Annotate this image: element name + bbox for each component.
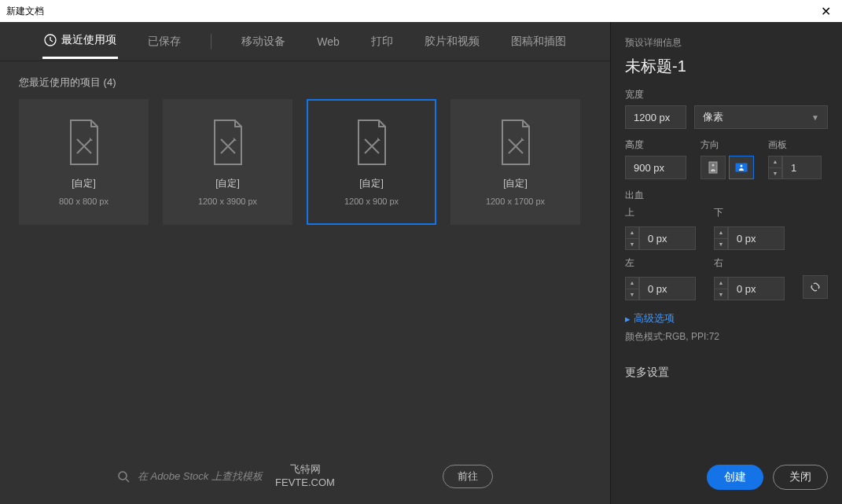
- color-mode-text: 颜色模式:RGB, PPI:72: [625, 330, 828, 344]
- clock-icon: [44, 34, 57, 46]
- advanced-options-toggle[interactable]: ▸ 高级选项: [625, 311, 828, 326]
- tab-print[interactable]: 打印: [370, 25, 395, 58]
- bleed-bottom-input[interactable]: [728, 226, 785, 250]
- card-name: [自定]: [359, 177, 384, 190]
- artboard-stepper[interactable]: ▲▼: [768, 156, 782, 179]
- bleed-right-label: 右: [714, 256, 792, 270]
- tab-label: 胶片和视频: [425, 35, 480, 49]
- document-icon: [496, 119, 535, 166]
- tab-separator: [211, 34, 211, 50]
- bleed-stepper[interactable]: ▲▼: [625, 226, 639, 250]
- tab-saved[interactable]: 已保存: [146, 25, 182, 58]
- height-input[interactable]: [625, 156, 686, 179]
- svg-point-3: [712, 164, 715, 167]
- card-dims: 1200 x 3900 px: [198, 197, 257, 206]
- bleed-bottom-label: 下: [714, 206, 792, 219]
- preset-card[interactable]: [自定] 1200 x 900 px: [307, 99, 436, 225]
- artboard-label: 画板: [768, 138, 822, 152]
- card-dims: 800 x 800 px: [59, 197, 108, 206]
- document-icon: [208, 119, 248, 166]
- portrait-icon: [708, 161, 718, 174]
- bleed-stepper[interactable]: ▲▼: [714, 277, 728, 300]
- landscape-icon: [735, 163, 748, 172]
- unit-select[interactable]: 像素 ▼: [694, 105, 828, 129]
- chevron-down-icon: ▼: [811, 113, 819, 122]
- close-button[interactable]: 关闭: [773, 465, 828, 490]
- document-icon: [352, 119, 392, 166]
- advanced-label: 高级选项: [634, 311, 675, 326]
- card-name: [自定]: [215, 177, 240, 190]
- card-dims: 1200 x 900 px: [344, 197, 399, 206]
- orientation-landscape-button[interactable]: [729, 156, 754, 179]
- tab-label: 最近使用项: [61, 33, 116, 47]
- card-name: [自定]: [503, 177, 528, 190]
- chevron-right-icon: ▸: [625, 313, 631, 325]
- preset-cards: [自定] 800 x 800 px [自定] 1200 x 3900 px [自…: [0, 99, 610, 225]
- card-name: [自定]: [72, 177, 96, 190]
- bleed-label: 出血: [625, 189, 828, 202]
- preset-details-label: 预设详细信息: [625, 36, 828, 50]
- search-placeholder: 在 Adobe Stock 上查找模板: [138, 469, 263, 484]
- tab-label: 已保存: [148, 35, 181, 49]
- bleed-left-input[interactable]: [639, 277, 696, 300]
- tab-label: 移动设备: [241, 35, 285, 49]
- orientation-portrait-button[interactable]: [700, 156, 726, 179]
- preset-card[interactable]: [自定] 800 x 800 px: [19, 99, 149, 225]
- tab-film[interactable]: 胶片和视频: [423, 25, 481, 58]
- create-button[interactable]: 创建: [707, 465, 763, 490]
- width-label: 宽度: [625, 88, 828, 101]
- preset-card[interactable]: [自定] 1200 x 1700 px: [450, 99, 580, 225]
- category-tabs: 最近使用项 已保存 移动设备 Web 打印 胶片和视频 图稿和插图: [0, 22, 610, 61]
- bleed-right-input[interactable]: [728, 277, 785, 300]
- window-title: 新建文档: [6, 5, 44, 18]
- tab-label: 图稿和插图: [511, 35, 566, 49]
- tab-recent[interactable]: 最近使用项: [42, 24, 118, 59]
- go-button[interactable]: 前往: [443, 465, 493, 488]
- artboard-input[interactable]: [782, 156, 822, 179]
- tab-label: Web: [317, 35, 340, 48]
- tab-mobile[interactable]: 移动设备: [240, 25, 287, 58]
- preset-card[interactable]: [自定] 1200 x 3900 px: [163, 99, 292, 225]
- link-bleed-button[interactable]: [803, 275, 828, 299]
- more-settings-button[interactable]: 更多设置: [625, 366, 828, 380]
- recent-items-label: 您最近使用的项目 (4): [0, 61, 610, 99]
- card-dims: 1200 x 1700 px: [486, 197, 545, 206]
- tab-art[interactable]: 图稿和插图: [509, 25, 568, 58]
- search-icon: [117, 470, 130, 483]
- document-icon: [64, 119, 104, 166]
- document-title[interactable]: 未标题-1: [625, 56, 828, 77]
- tab-web[interactable]: Web: [315, 26, 341, 57]
- unit-value: 像素: [703, 110, 723, 124]
- bleed-top-label: 上: [625, 206, 703, 219]
- close-window-button[interactable]: ✕: [816, 4, 836, 19]
- bleed-left-label: 左: [625, 256, 703, 270]
- orientation-label: 方向: [700, 138, 754, 152]
- width-input[interactable]: [625, 105, 686, 129]
- bleed-top-input[interactable]: [639, 226, 696, 250]
- stock-search-input[interactable]: 在 Adobe Stock 上查找模板: [117, 469, 432, 484]
- link-icon: [810, 281, 821, 292]
- bleed-stepper[interactable]: ▲▼: [714, 226, 728, 250]
- svg-point-1: [119, 472, 127, 480]
- svg-point-5: [741, 165, 743, 167]
- height-label: 高度: [625, 138, 686, 152]
- bleed-stepper[interactable]: ▲▼: [625, 277, 639, 300]
- tab-label: 打印: [371, 35, 393, 49]
